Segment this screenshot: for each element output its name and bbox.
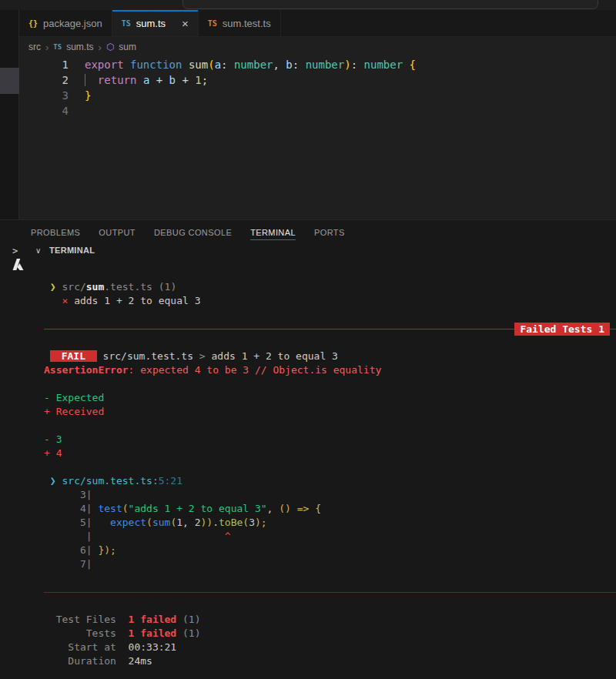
terminal-line: Start at 00:33:21: [44, 641, 616, 654]
terminal-blank-line: [44, 336, 616, 350]
terminal-blank-line: [44, 377, 616, 391]
tab-terminal[interactable]: TERMINAL: [250, 220, 296, 244]
terminal-line: Test Files 1 failed (1): [44, 613, 616, 627]
terminal-line: - 3: [44, 433, 616, 447]
tab-package-json[interactable]: {} package.json: [19, 10, 112, 36]
terminal-line: 5| expect(sum(1, 2)).toBe(3);: [44, 516, 616, 530]
symbol-icon: ⬡: [106, 42, 114, 52]
terminal-section-title: TERMINAL: [49, 246, 95, 255]
vscode-window: {} package.json TS sum.ts × TS sum.test.…: [0, 0, 616, 679]
terminal-line: ❯ src/sum.test.ts (1): [44, 280, 616, 294]
bottom-panel: PROBLEMS OUTPUT DEBUG CONSOLE TERMINAL P…: [0, 219, 616, 679]
terminal-line: 7|: [44, 557, 616, 571]
terminal-line: 6| });: [44, 544, 616, 557]
tab-label: package.json: [43, 18, 102, 29]
terminal-line: 4| test("adds 1 + 2 to equal 3", () => {: [44, 502, 616, 516]
title-bar: [0, 0, 616, 10]
terminal-rule: [44, 585, 616, 599]
close-tab-icon[interactable]: ×: [182, 18, 189, 29]
line-number: 1: [19, 57, 69, 72]
line-number: 4: [19, 103, 69, 119]
typescript-test-file-icon: TS: [208, 19, 217, 28]
terminal-line: ❯ src/sum.test.ts:5:21: [44, 474, 616, 488]
expand-panel-chevron-icon[interactable]: >: [12, 246, 18, 256]
left-rail: [0, 10, 19, 219]
terminal-line: | ^: [44, 530, 616, 544]
typescript-file-icon: TS: [53, 43, 62, 51]
code-line: 3}: [19, 88, 616, 103]
breadcrumb-item-file[interactable]: sum.ts: [66, 42, 93, 52]
terminal-line: Duration 24ms: [44, 654, 616, 668]
chevron-down-icon[interactable]: ∨: [35, 246, 41, 255]
terminal-section-header: > ∨ TERMINAL: [0, 244, 616, 262]
json-file-icon: {}: [28, 19, 38, 28]
code-line: 2 return a + b + 1;: [19, 72, 616, 88]
terminal-line: - Expected: [44, 391, 616, 405]
code-line: 1export function sum(a: number, b: numbe…: [19, 57, 616, 72]
tab-debug-console[interactable]: DEBUG CONSOLE: [154, 220, 232, 244]
terminal-blank-line: [44, 599, 616, 613]
terminal-line: Tests 1 failed (1): [44, 627, 616, 641]
failed-tests-badge: Failed Tests 1: [514, 323, 610, 336]
panel-tab-bar: PROBLEMS OUTPUT DEBUG CONSOLE TERMINAL P…: [0, 220, 616, 244]
chevron-right-icon: ›: [99, 42, 102, 53]
terminal-rule: Failed Tests 1: [44, 322, 616, 336]
terminal-blank-line: [44, 308, 616, 322]
editor-tab-bar: {} package.json TS sum.ts × TS sum.test.…: [19, 10, 616, 37]
tab-problems[interactable]: PROBLEMS: [31, 220, 80, 244]
tab-sum-test-ts[interactable]: TS sum.test.ts: [199, 10, 281, 36]
terminal-line: × adds 1 + 2 to equal 3: [44, 294, 616, 308]
terminal-line: FAIL src/sum.test.ts > adds 1 + 2 to equ…: [44, 350, 616, 363]
code-line: 4: [19, 103, 616, 119]
terminal-blank-line: [44, 419, 616, 433]
code-editor[interactable]: 1export function sum(a: number, b: numbe…: [19, 57, 616, 219]
chevron-right-icon: ›: [45, 42, 49, 53]
terminal-line: + 4: [44, 447, 616, 460]
terminal-blank-line: [44, 460, 616, 474]
breadcrumb: src › TS sum.ts › ⬡ sum: [19, 37, 616, 57]
tab-label: sum.test.ts: [223, 18, 271, 29]
breadcrumb-item-src[interactable]: src: [28, 42, 41, 52]
line-number: 2: [19, 72, 69, 88]
command-center-searchbox[interactable]: [182, 0, 598, 9]
terminal-output[interactable]: ❯ src/sum.test.ts (1) × adds 1 + 2 to eq…: [0, 262, 616, 679]
fail-badge: FAIL: [50, 350, 97, 362]
terminal-line: + Received: [44, 405, 616, 419]
tab-sum-ts[interactable]: TS sum.ts ×: [112, 10, 199, 36]
breadcrumb-item-symbol[interactable]: sum: [119, 42, 136, 52]
terminal-blank-line: [44, 571, 616, 585]
line-number: 3: [19, 88, 69, 103]
left-rail-block: [0, 68, 19, 94]
terminal-line: 3|: [44, 488, 616, 502]
typescript-file-icon: TS: [122, 19, 131, 28]
terminal-line: AssertionError: expected 4 to be 3 // Ob…: [44, 363, 616, 377]
tab-output[interactable]: OUTPUT: [99, 220, 136, 244]
tab-ports[interactable]: PORTS: [314, 220, 345, 244]
tab-label: sum.ts: [136, 18, 166, 29]
